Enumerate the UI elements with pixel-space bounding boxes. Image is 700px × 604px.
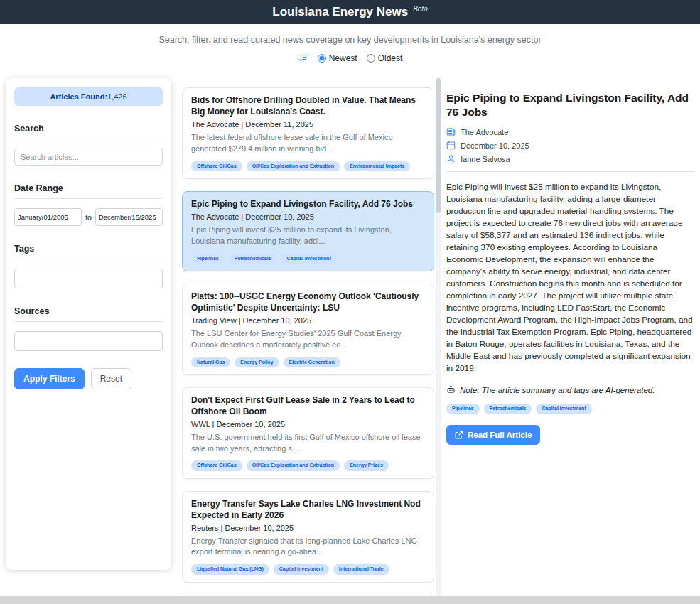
reset-button[interactable]: Reset [91,368,131,389]
article-card[interactable]: Bids for Offshore Drilling Doubled in Va… [182,87,434,179]
article-snippet: Epic Piping will invest $25 million to e… [191,225,425,247]
tag-pill: Petrochemicals [229,254,277,264]
tag-pill: Capital Investment [274,564,329,574]
app: Louisiana Energy News Beta Search, filte… [0,0,700,63]
article-snippet: The latest federal offshore lease sale i… [191,132,425,155]
article-meta: Reuters | December 10, 2025 [191,524,425,532]
article-list-scrollbar[interactable] [436,78,441,604]
tag-pill: International Trade [333,564,389,574]
divider [14,259,163,259]
apply-filters-button[interactable]: Apply Filters [14,368,85,389]
window-bottom-edge [0,596,700,604]
app-subtitle: Search, filter, and read curated news co… [0,35,700,45]
article-card[interactable]: Energy Transfer Says Lake Charles LNG In… [182,491,434,583]
article-detail: Epic Piping to Expand Livingston Facilit… [446,91,694,445]
sort-newest-radio[interactable] [318,54,326,63]
tag-pill: Pipelines [446,404,480,414]
sources-input[interactable] [14,331,163,351]
tag-pill: Offshore Oil/Gas [191,460,242,470]
detail-author-text: Ianne Salvosa [461,155,510,163]
filters-sidebar: Articles Found:1,426 Search Date Range t… [6,78,171,570]
detail-author-row: Ianne Salvosa [446,154,694,163]
date-to-input[interactable] [95,208,163,226]
article-snippet: The LSU Center for Energy Studies' 2025 … [191,328,425,351]
detail-date-text: December 10, 2025 [461,141,529,150]
tag-pill: Petrochemicals [484,404,532,414]
article-title: Don't Expect First Gulf Lease Sale in 2 … [191,395,425,418]
sources-section-title: Sources [14,306,163,316]
sort-oldest-label: Oldest [378,53,403,63]
date-range-row: to [14,208,163,226]
article-card-selected[interactable]: Epic Piping to Expand Livingston Facilit… [182,191,434,271]
read-full-article-button[interactable]: Read Full Article [446,425,540,445]
article-title: Bids for Offshore Drilling Doubled in Va… [191,95,425,118]
article-title: Energy Transfer Says Lake Charles LNG In… [191,499,425,522]
tag-pill: Electric Generation [284,357,340,367]
divider [446,171,694,172]
sort-newest-label: Newest [329,53,357,63]
tag-pill: Pipelines [191,254,225,264]
detail-body: Epic Piping will invest $25 million to e… [446,181,694,374]
article-list: Bids for Offshore Drilling Doubled in Va… [182,87,434,604]
detail-meta: The Advocate December 10, 2025 Ianne Sal… [446,127,694,163]
newspaper-icon [446,127,456,136]
article-meta: WWL | December 10, 2025 [191,420,425,428]
article-tags: Offshore Oil/Gas Oil/Gas Exploration and… [191,460,425,470]
search-input[interactable] [14,149,163,166]
sort-bar: Newest Oldest [0,53,700,63]
article-tags: Liquefied Natural Gas (LNG) Capital Inve… [191,564,425,574]
tag-pill: Energy Prices [344,460,389,470]
detail-source-row: The Advocate [446,127,694,136]
article-tags: Offshore Oil/Gas Oil/Gas Exploration and… [191,161,425,171]
robot-icon [446,385,456,394]
article-snippet: The U.S. government held its first Gulf … [191,432,425,455]
detail-date-row: December 10, 2025 [446,141,694,150]
search-section-title: Search [14,124,163,134]
read-full-article-label: Read Full Article [468,431,532,439]
divider [14,321,163,322]
sort-newest-option[interactable]: Newest [318,53,357,63]
tag-pill: Offshore Oil/Gas [191,161,242,171]
article-title: Platts: 100--USGC Energy Economy Outlook… [191,291,425,314]
tag-pill: Environmental Impacts [344,161,410,171]
tag-pill: Oil/Gas Exploration and Extraction [247,460,340,470]
article-snippet: Energy Transfer signaled that its long-p… [191,536,425,559]
tag-pill: Oil/Gas Exploration and Extraction [247,161,340,171]
article-card[interactable]: Platts: 100--USGC Energy Economy Outlook… [182,284,434,375]
article-meta: The Advocate | December 10, 2025 [191,212,425,221]
article-meta: Trading View | December 10, 2025 [191,316,425,325]
article-title: Epic Piping to Expand Livingston Facilit… [191,199,425,210]
tags-input[interactable] [14,269,163,288]
article-meta: The Advocate | December 11, 2025 [191,120,425,129]
articles-found-value: 1,426 [107,92,127,101]
article-tags: Pipelines Petrochemicals Capital Investm… [191,254,425,264]
person-icon [446,154,456,163]
tag-pill: Capital Investment [281,254,336,264]
date-separator: to [85,213,92,222]
tag-pill: Energy Policy [235,357,279,367]
sort-oldest-option[interactable]: Oldest [367,53,403,63]
external-link-icon [455,431,463,439]
ai-note: Note: The article summary and tags are A… [446,385,694,394]
app-header: Louisiana Energy News Beta [0,0,700,24]
app-title: Louisiana Energy News [272,5,408,19]
divider [14,198,163,199]
articles-found-badge: Articles Found:1,426 [14,87,163,106]
date-range-section-title: Date Range [14,183,163,193]
tag-pill: Capital Investment [536,404,591,414]
beta-badge: Beta [413,5,428,13]
date-from-input[interactable] [14,208,82,226]
detail-title: Epic Piping to Expand Livingston Facilit… [446,91,694,119]
article-card[interactable]: Don't Expect First Gulf Lease Sale in 2 … [182,387,434,479]
divider [14,139,163,139]
filter-actions: Apply Filters Reset [14,368,163,389]
tags-section-title: Tags [14,244,163,254]
detail-source-text: The Advocate [461,128,508,136]
calendar-icon [446,141,456,150]
tag-pill: Liquefied Natural Gas (LNG) [191,564,269,574]
scrollbar-thumb[interactable] [436,78,441,213]
sort-oldest-radio[interactable] [367,54,375,63]
ai-note-text: Note: The article summary and tags are A… [460,386,655,394]
sort-descending-icon [298,53,308,63]
article-tags: Natural Gas Energy Policy Electric Gener… [191,357,425,367]
